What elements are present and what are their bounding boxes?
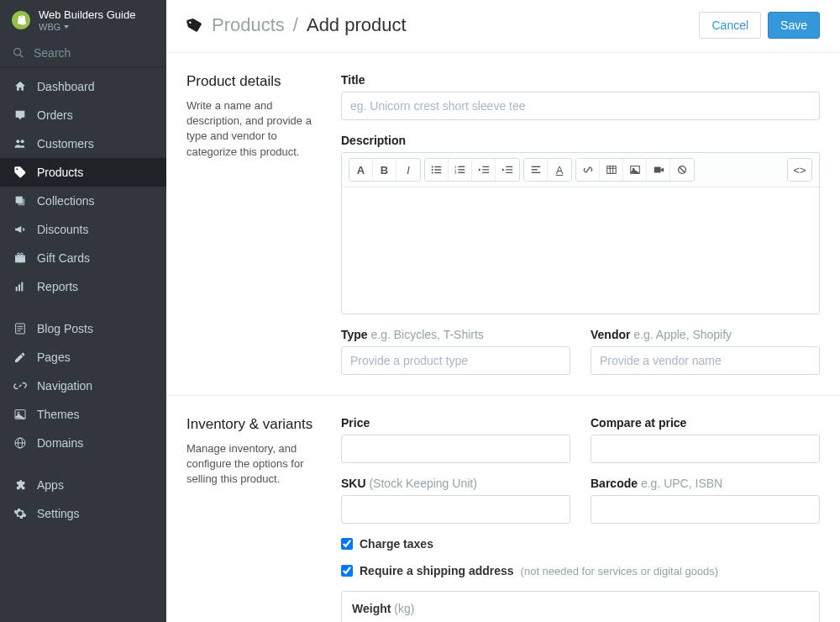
title-input[interactable] [341, 92, 820, 120]
svg-rect-38 [606, 166, 616, 174]
require-shipping-checkbox[interactable] [341, 565, 353, 577]
sidebar-item-label: Products [37, 166, 83, 179]
sidebar: Web Builders Guide WBG DashboardOrdersCu… [0, 0, 166, 622]
save-button[interactable]: Save [768, 12, 820, 39]
svg-rect-35 [531, 166, 540, 167]
sidebar-item-pages[interactable]: Pages [0, 343, 166, 372]
sidebar-item-label: Customers [37, 137, 94, 150]
image-button[interactable] [623, 159, 647, 181]
search-row[interactable] [0, 40, 166, 67]
svg-rect-12 [18, 284, 20, 291]
sidebar-item-label: Pages [37, 351, 71, 364]
compare-price-label: Compare at price [591, 416, 820, 430]
sidebar-item-themes[interactable]: Themes [0, 400, 166, 429]
page-header: Products / Add product Cancel Save [166, 0, 840, 53]
description-label: Description [341, 134, 820, 147]
svg-line-1 [20, 54, 24, 57]
svg-point-3 [21, 140, 24, 143]
gift-icon [13, 251, 27, 265]
italic-button[interactable]: I [396, 159, 420, 181]
svg-rect-34 [458, 172, 465, 173]
sidebar-item-dashboard[interactable]: Dashboard [0, 72, 166, 101]
sidebar-item-label: Orders [37, 108, 73, 122]
html-button[interactable]: <> [788, 159, 811, 181]
outdent-button[interactable] [472, 159, 496, 181]
type-input[interactable] [341, 346, 570, 375]
chevron-down-icon [64, 25, 69, 29]
indent-button[interactable] [496, 159, 519, 181]
sidebar-item-customers[interactable]: Customers [0, 129, 166, 158]
svg-point-2 [16, 140, 19, 143]
barcode-label: Barcode e.g. UPC, ISBN [591, 477, 820, 490]
search-icon [12, 46, 25, 60]
svg-rect-30 [458, 166, 465, 167]
barcode-input[interactable] [591, 495, 820, 524]
breadcrumb-sep: / [293, 14, 298, 36]
sidebar-item-label: Blog Posts [37, 322, 93, 335]
cancel-button[interactable]: Cancel [699, 12, 761, 39]
search-input[interactable] [34, 46, 181, 60]
sidebar-item-gift-cards[interactable]: Gift Cards [0, 244, 166, 272]
sidebar-item-blog-posts[interactable]: Blog Posts [0, 314, 166, 343]
bullet-list-button[interactable] [425, 159, 449, 181]
bars-icon [13, 280, 27, 293]
svg-point-27 [431, 171, 433, 173]
description-textarea[interactable] [342, 187, 819, 314]
shop-logo-icon [12, 11, 30, 29]
svg-rect-5 [18, 198, 24, 205]
video-button[interactable] [647, 159, 670, 181]
svg-line-46 [680, 167, 685, 172]
editor-toolbar: A B I 123 [342, 153, 819, 187]
post-icon [13, 322, 27, 335]
brand-header[interactable]: Web Builders Guide WBG [0, 0, 166, 40]
store-abbrev[interactable]: WBG [39, 22, 135, 33]
svg-rect-13 [21, 282, 23, 291]
sidebar-item-label: Reports [37, 280, 78, 293]
bold-button[interactable]: B [373, 159, 396, 181]
clear-format-button[interactable] [670, 159, 694, 181]
price-input[interactable] [341, 435, 570, 463]
require-shipping-hint: (not needed for services or digital good… [521, 565, 719, 577]
charge-taxes-checkbox[interactable] [341, 538, 353, 550]
sidebar-item-products[interactable]: Products [0, 158, 166, 187]
align-dropdown[interactable] [524, 159, 548, 181]
tag-icon [185, 15, 205, 35]
sidebar-item-settings[interactable]: Settings [0, 499, 166, 528]
color-dropdown[interactable]: A [548, 159, 571, 181]
numbered-list-button[interactable]: 123 [449, 159, 472, 181]
svg-point-23 [431, 166, 433, 167]
tag-icon [13, 166, 27, 179]
main: Products / Add product Cancel Save Produ… [166, 0, 840, 622]
svg-text:3: 3 [454, 171, 457, 175]
gear-icon [13, 507, 27, 520]
sidebar-item-navigation[interactable]: Navigation [0, 372, 166, 400]
section-product-details: Product details Write a name and descrip… [166, 53, 840, 396]
stack-icon [13, 194, 27, 208]
sidebar-item-collections[interactable]: Collections [0, 187, 166, 215]
vendor-input[interactable] [591, 346, 820, 375]
svg-rect-8 [19, 255, 20, 262]
svg-rect-11 [16, 287, 18, 291]
globe-icon [13, 436, 27, 450]
sku-input[interactable] [341, 495, 570, 524]
require-shipping-label: Require a shipping address [360, 564, 514, 577]
title-label: Title [341, 73, 820, 87]
compare-price-input[interactable] [591, 435, 820, 463]
sidebar-item-label: Dashboard [37, 80, 95, 93]
sidebar-item-orders[interactable]: Orders [0, 101, 166, 129]
table-button[interactable] [600, 159, 623, 181]
svg-point-9 [18, 253, 20, 256]
weight-label: Weight (kg) [352, 602, 809, 615]
svg-rect-24 [434, 166, 441, 167]
format-dropdown[interactable]: A [349, 159, 373, 181]
sidebar-item-apps[interactable]: Apps [0, 471, 166, 499]
sidebar-item-domains[interactable]: Domains [0, 429, 166, 457]
sidebar-item-label: Themes [37, 408, 80, 421]
link-button[interactable] [576, 159, 600, 181]
svg-rect-44 [654, 167, 660, 173]
sidebar-item-reports[interactable]: Reports [0, 272, 166, 301]
sidebar-item-discounts[interactable]: Discounts [0, 215, 166, 244]
edit-icon [13, 351, 27, 364]
breadcrumb-current: Add product [307, 14, 407, 36]
breadcrumb-parent[interactable]: Products [212, 14, 285, 36]
